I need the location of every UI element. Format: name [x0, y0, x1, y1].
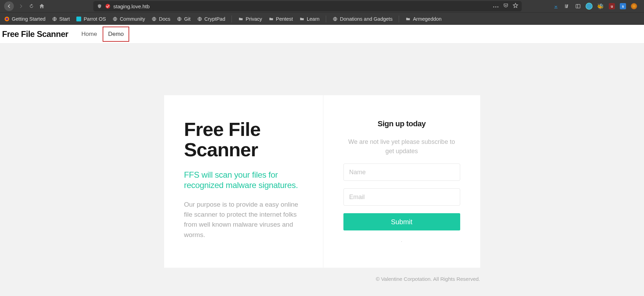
bookmark-separator — [326, 16, 326, 22]
extension-ublock-icon[interactable]: u — [609, 3, 615, 9]
bookmark-label: Docs — [159, 16, 170, 22]
extension-swirl-icon[interactable] — [631, 3, 637, 9]
page-footer: © Valentine Corpotation. All Rights Rese… — [164, 268, 480, 282]
globe-icon — [112, 16, 118, 22]
nav-demo[interactable]: Demo — [103, 27, 129, 42]
bookmark-label: Armegeddon — [413, 16, 442, 22]
url-bar[interactable] — [93, 1, 522, 11]
home-icon — [39, 3, 45, 9]
hero-section: Free File Scanner FFS will scan your fil… — [0, 43, 644, 268]
svg-point-2 — [495, 7, 496, 8]
extension-s-icon[interactable]: s — [620, 3, 626, 9]
bookmark-privacy[interactable]: Privacy — [236, 15, 264, 23]
extension-burp-icon[interactable]: 🐝 — [597, 3, 604, 10]
globe-icon — [197, 16, 202, 22]
globe-icon — [52, 16, 57, 22]
hero-body: Our purpose is to provide a easy online … — [184, 199, 303, 240]
bookmark-start[interactable]: Start — [50, 15, 72, 23]
back-button[interactable] — [4, 1, 14, 11]
reader-pocket-icon[interactable] — [503, 3, 509, 10]
nav-home[interactable]: Home — [76, 27, 103, 42]
signup-card: Sign up today We are not live yet please… — [323, 95, 480, 268]
arrow-left-icon — [6, 3, 12, 9]
bookmark-community[interactable]: Community — [110, 15, 147, 23]
site-nav-links: Home Demo — [76, 27, 130, 42]
reload-icon — [29, 3, 34, 9]
browser-right-icons: 🐝 u s — [553, 3, 641, 10]
forward-button — [18, 3, 24, 9]
arrow-right-icon — [18, 3, 24, 9]
bookmark-label: Pentest — [276, 16, 293, 22]
signup-dot: . — [343, 238, 460, 243]
bookmark-pentest[interactable]: Pentest — [266, 15, 295, 23]
page-actions-icon[interactable] — [493, 3, 499, 9]
signup-email-input[interactable] — [343, 188, 460, 206]
bookmark-docs[interactable]: Docs — [149, 15, 172, 23]
bookmark-bar: Getting Started Start Parrot OS Communit… — [0, 12, 644, 25]
svg-rect-9 — [76, 17, 81, 21]
url-input[interactable] — [113, 3, 518, 9]
bookmark-label: Start — [59, 16, 70, 22]
bookmark-star-icon[interactable] — [513, 3, 518, 10]
library-icon[interactable] — [564, 3, 570, 9]
page-body: Free File Scanner Home Demo Free File Sc… — [0, 25, 644, 296]
bookmark-learn[interactable]: Learn — [297, 15, 322, 23]
bookmark-separator — [399, 16, 399, 22]
nav-button-group — [3, 1, 45, 11]
site-brand[interactable]: Free File Scanner — [1, 29, 68, 39]
svg-rect-4 — [576, 4, 580, 8]
home-button[interactable] — [39, 3, 45, 9]
bookmark-label: Parrot OS — [84, 16, 106, 22]
bookmark-label: Donations and Gadgets — [340, 16, 392, 22]
globe-icon — [177, 16, 182, 22]
folder-icon — [268, 16, 274, 22]
folder-icon — [405, 16, 411, 22]
signup-name-input[interactable] — [343, 164, 460, 181]
folder-icon — [238, 16, 244, 22]
hero-title: Free File Scanner — [184, 119, 303, 160]
hero-card-left: Free File Scanner FFS will scan your fil… — [164, 95, 323, 268]
bookmark-parrot[interactable]: Parrot OS — [74, 15, 108, 23]
bookmark-label: Privacy — [246, 16, 262, 22]
globe-icon — [332, 16, 338, 22]
bookmark-cryptpad[interactable]: CryptPad — [195, 15, 227, 23]
site-favicon-icon — [105, 3, 111, 9]
bookmark-getting-started[interactable]: Getting Started — [2, 15, 48, 23]
firefox-icon — [4, 16, 10, 22]
svg-point-1 — [493, 7, 494, 8]
bookmark-separator — [231, 16, 232, 22]
parrot-icon — [76, 16, 82, 22]
reload-button[interactable] — [28, 3, 35, 9]
tracking-shield-icon[interactable] — [97, 3, 102, 9]
signup-lead: We are not live yet please subscribe to … — [343, 137, 460, 156]
svg-point-3 — [498, 7, 499, 8]
bookmark-label: Git — [184, 16, 191, 22]
globe-icon — [151, 16, 157, 22]
sidebar-toggle-icon[interactable] — [575, 3, 581, 9]
signup-title: Sign up today — [343, 119, 460, 128]
folder-icon — [299, 16, 305, 22]
site-navbar: Free File Scanner Home Demo — [0, 25, 644, 43]
bookmark-donations[interactable]: Donations and Gadgets — [330, 15, 395, 23]
bookmark-armegeddon[interactable]: Armegeddon — [403, 15, 444, 23]
bookmark-git[interactable]: Git — [174, 15, 193, 23]
hero-subtitle: FFS will scan your files for recognized … — [184, 170, 303, 190]
browser-toolbar: 🐝 u s — [0, 0, 644, 12]
svg-point-7 — [6, 18, 8, 20]
signup-submit-button[interactable]: Submit — [343, 213, 460, 230]
downloads-icon[interactable] — [553, 3, 559, 9]
bookmark-label: Community — [120, 16, 145, 22]
svg-point-0 — [105, 4, 110, 8]
bookmark-label: Getting Started — [12, 16, 46, 22]
bookmark-label: CryptPad — [205, 16, 225, 22]
extension-1-icon[interactable] — [586, 3, 592, 9]
bookmark-label: Learn — [307, 16, 320, 22]
